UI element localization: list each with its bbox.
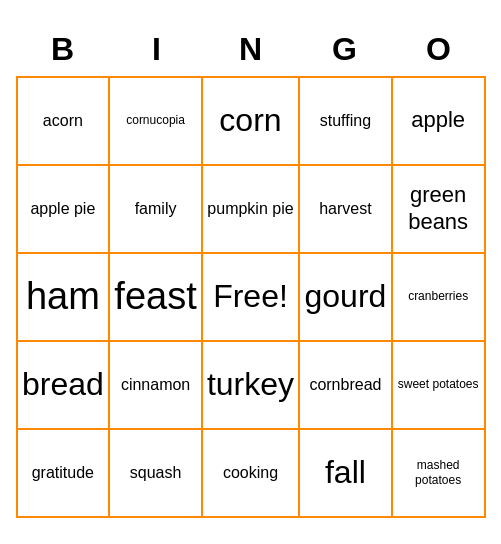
bingo-cell: pumpkin pie	[203, 166, 300, 254]
bingo-cell: mashed potatoes	[393, 430, 486, 518]
header-letter-O: O	[392, 27, 486, 72]
cell-text: turkey	[207, 365, 294, 403]
cell-text: squash	[130, 463, 182, 482]
cell-text: corn	[219, 101, 281, 139]
cell-text: apple	[411, 107, 465, 133]
cell-text: cooking	[223, 463, 278, 482]
cell-text: fall	[325, 453, 366, 491]
cell-text: cranberries	[408, 289, 468, 303]
cell-text: green beans	[397, 182, 480, 235]
bingo-cell: turkey	[203, 342, 300, 430]
bingo-cell: feast	[110, 254, 203, 342]
cell-text: pumpkin pie	[207, 199, 293, 218]
header-letter-G: G	[298, 27, 392, 72]
bingo-cell: acorn	[18, 78, 111, 166]
bingo-cell: bread	[18, 342, 111, 430]
cell-text: harvest	[319, 199, 371, 218]
bingo-cell: apple	[393, 78, 486, 166]
cell-text: apple pie	[30, 199, 95, 218]
bingo-cell: harvest	[300, 166, 393, 254]
cell-text: sweet potatoes	[398, 377, 479, 391]
cell-text: acorn	[43, 111, 83, 130]
bingo-cell: ham	[18, 254, 111, 342]
cell-text: gratitude	[32, 463, 94, 482]
cell-text: cinnamon	[121, 375, 190, 394]
bingo-cell: gratitude	[18, 430, 111, 518]
bingo-cell: apple pie	[18, 166, 111, 254]
cell-text: feast	[114, 274, 196, 320]
cell-text: cornucopia	[126, 113, 185, 127]
bingo-cell: cinnamon	[110, 342, 203, 430]
bingo-cell: sweet potatoes	[393, 342, 486, 430]
cell-text: Free!	[213, 277, 288, 315]
header-letter-I: I	[110, 27, 204, 72]
bingo-cell: corn	[203, 78, 300, 166]
cell-text: cornbread	[309, 375, 381, 394]
cell-text: bread	[22, 365, 104, 403]
bingo-header: BINGO	[16, 27, 486, 72]
cell-text: mashed potatoes	[397, 458, 480, 487]
bingo-cell: family	[110, 166, 203, 254]
bingo-cell: green beans	[393, 166, 486, 254]
bingo-card: BINGO acorncornucopiacornstuffingappleap…	[16, 27, 486, 518]
bingo-cell: cranberries	[393, 254, 486, 342]
bingo-cell: Free!	[203, 254, 300, 342]
bingo-cell: cornucopia	[110, 78, 203, 166]
bingo-cell: fall	[300, 430, 393, 518]
header-letter-N: N	[204, 27, 298, 72]
bingo-grid: acorncornucopiacornstuffingappleapple pi…	[16, 76, 486, 518]
bingo-cell: squash	[110, 430, 203, 518]
cell-text: stuffing	[320, 111, 371, 130]
bingo-cell: stuffing	[300, 78, 393, 166]
cell-text: ham	[26, 274, 100, 320]
cell-text: family	[135, 199, 177, 218]
bingo-cell: cooking	[203, 430, 300, 518]
header-letter-B: B	[16, 27, 110, 72]
bingo-cell: gourd	[300, 254, 393, 342]
cell-text: gourd	[305, 277, 387, 315]
bingo-cell: cornbread	[300, 342, 393, 430]
